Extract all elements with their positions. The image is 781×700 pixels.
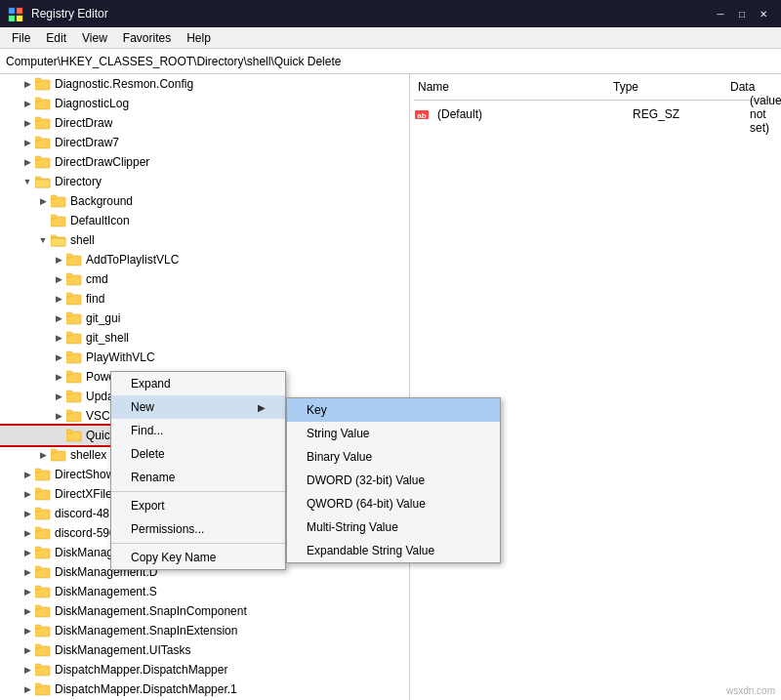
tree-label: DiskManagement.SnapInExtension xyxy=(55,624,237,638)
svg-rect-55 xyxy=(35,547,41,551)
menu-help[interactable]: Help xyxy=(179,29,219,47)
menu-edit[interactable]: Edit xyxy=(38,29,74,47)
default-value-icon: ab xyxy=(414,106,430,122)
folder-icon xyxy=(35,624,51,638)
submenu-item-qword[interactable]: QWORD (64-bit) Value xyxy=(287,492,500,515)
context-menu-sep2 xyxy=(111,543,285,544)
svg-rect-13 xyxy=(35,156,41,160)
menu-file[interactable]: File xyxy=(4,29,38,47)
submenu-item-string[interactable]: String Value xyxy=(287,422,500,445)
submenu-new: Key String Value Binary Value DWORD (32-… xyxy=(286,397,501,563)
menu-favorites[interactable]: Favorites xyxy=(115,29,179,47)
submenu-string-label: String Value xyxy=(307,427,369,440)
svg-rect-37 xyxy=(66,371,72,375)
context-menu-copy-key-name[interactable]: Copy Key Name xyxy=(111,546,285,569)
submenu-item-key[interactable]: Key xyxy=(287,398,500,422)
submenu-item-expandable[interactable]: Expandable String Value xyxy=(287,539,500,562)
open-folder-icon xyxy=(35,175,51,188)
tree-label: DiskManagement.SnapInComponent xyxy=(55,604,247,618)
svg-rect-16 xyxy=(35,180,50,187)
folder-icon xyxy=(51,194,66,208)
svg-text:ab: ab xyxy=(417,111,426,120)
tree-item-directdrawclipper[interactable]: ▶ DirectDrawClipper xyxy=(0,152,409,172)
minimize-button[interactable]: ─ xyxy=(711,4,730,23)
context-menu-find[interactable]: Find... xyxy=(111,419,285,442)
registry-row-default[interactable]: ab (Default) REG_SZ (value not set) xyxy=(414,104,781,124)
svg-rect-31 xyxy=(66,312,72,316)
context-menu-new[interactable]: New ▶ xyxy=(111,395,285,419)
menu-view[interactable]: View xyxy=(74,29,115,47)
expand-icon: ▶ xyxy=(20,603,35,619)
tree-item-shell[interactable]: ▼ shell xyxy=(0,230,409,250)
row-name: (Default) xyxy=(433,105,629,123)
watermark: wsxdn.com xyxy=(726,685,775,696)
svg-rect-47 xyxy=(35,469,41,473)
context-menu-permissions[interactable]: Permissions... xyxy=(111,517,285,541)
expand-icon: ▶ xyxy=(51,369,66,385)
expand-icon: ▶ xyxy=(20,154,35,170)
folder-icon xyxy=(66,292,82,306)
tree-item-background[interactable]: ▶ Background xyxy=(0,191,409,211)
tree-item-defaulticon[interactable]: ▶ DefaultIcon xyxy=(0,211,409,230)
tree-item-addtoplaylistvlc[interactable]: ▶ AddToPlaylistVLC xyxy=(0,250,409,269)
close-button[interactable]: ✕ xyxy=(754,4,773,23)
tree-label: DirectXFile xyxy=(55,487,112,501)
context-menu-delete[interactable]: Delete xyxy=(111,442,285,466)
window-controls: ─ □ ✕ xyxy=(711,4,773,23)
expand-icon: ▶ xyxy=(20,96,35,111)
tree-item-directory[interactable]: ▼ Directory xyxy=(0,172,409,191)
tree-item-git-shell[interactable]: ▶ git_shell xyxy=(0,328,409,348)
expand-icon: ▶ xyxy=(51,310,66,326)
svg-rect-11 xyxy=(35,137,41,141)
tree-label: shell xyxy=(70,233,95,247)
app-title: Registry Editor xyxy=(31,7,703,21)
svg-rect-18 xyxy=(51,195,57,199)
expand-icon: ▶ xyxy=(51,252,66,268)
submenu-item-dword[interactable]: DWORD (32-bit) Value xyxy=(287,469,500,492)
tree-label: DiskManagement.S xyxy=(55,585,157,598)
tree-item-directdraw[interactable]: ▶ DirectDraw xyxy=(0,113,409,133)
tree-item-find[interactable]: ▶ find xyxy=(0,289,409,309)
address-bar: Computer\HKEY_CLASSES_ROOT\Directory\she… xyxy=(0,49,781,74)
tree-item-directdraw7[interactable]: ▶ DirectDraw7 xyxy=(0,133,409,152)
submenu-expandable-label: Expandable String Value xyxy=(307,544,434,557)
svg-rect-57 xyxy=(35,566,41,570)
tree-item-dispatchmapper1[interactable]: ▶ DispatchMapper.DispatchMapper xyxy=(0,660,409,679)
folder-icon xyxy=(51,214,66,227)
submenu-item-multistring[interactable]: Multi-String Value xyxy=(287,515,500,539)
context-menu-rename[interactable]: Rename xyxy=(111,466,285,489)
tree-item-cmd[interactable]: ▶ cmd xyxy=(0,269,409,289)
tree-label: DirectDraw7 xyxy=(55,136,119,149)
folder-icon xyxy=(66,311,82,325)
tree-item-git-gui[interactable]: ▶ git_gui xyxy=(0,309,409,328)
tree-item-diskmanagemens[interactable]: ▶ DiskManagement.S xyxy=(0,582,409,601)
folder-icon xyxy=(35,77,51,91)
row-data: (value not set) xyxy=(746,92,781,137)
tree-label: find xyxy=(86,292,104,306)
expand-icon: ▶ xyxy=(20,135,35,150)
tree-item-playwithvlc[interactable]: ▶ PlayWithVLC xyxy=(0,348,409,367)
tree-item-diagnosticlog[interactable]: ▶ DiagnosticLog xyxy=(0,94,409,113)
tree-label: DiagnosticLog xyxy=(55,97,129,110)
expand-icon: ▶ xyxy=(20,467,35,482)
context-menu-expand[interactable]: Expand xyxy=(111,372,285,395)
expand-icon: ▶ xyxy=(20,584,35,599)
tree-label: git_gui xyxy=(86,311,120,325)
svg-rect-33 xyxy=(66,332,72,336)
context-menu-sep1 xyxy=(111,491,285,492)
tree-item-diagnostic-resmon[interactable]: ▶ Diagnostic.Resmon.Config xyxy=(0,74,409,94)
tree-item-diskmanagesnapincomp[interactable]: ▶ DiskManagement.SnapInComponent xyxy=(0,601,409,621)
context-menu-new-label: New xyxy=(131,400,154,414)
tree-item-diskmanagesnapinext[interactable]: ▶ DiskManagement.SnapInExtension xyxy=(0,621,409,640)
tree-item-diskmanageuitasks[interactable]: ▶ DiskManagement.UITasks xyxy=(0,640,409,660)
svg-rect-45 xyxy=(51,449,57,453)
svg-rect-0 xyxy=(9,8,15,14)
folder-icon xyxy=(35,526,51,540)
folder-icon xyxy=(66,272,82,286)
submenu-item-binary[interactable]: Binary Value xyxy=(287,445,500,469)
maximize-button[interactable]: □ xyxy=(732,4,752,23)
tree-item-dispatchmapper2[interactable]: ▶ DispatchMapper.DispatchMapper.1 xyxy=(0,679,409,699)
svg-rect-61 xyxy=(35,605,41,609)
context-menu-export[interactable]: Export xyxy=(111,494,285,517)
svg-rect-20 xyxy=(51,215,57,219)
